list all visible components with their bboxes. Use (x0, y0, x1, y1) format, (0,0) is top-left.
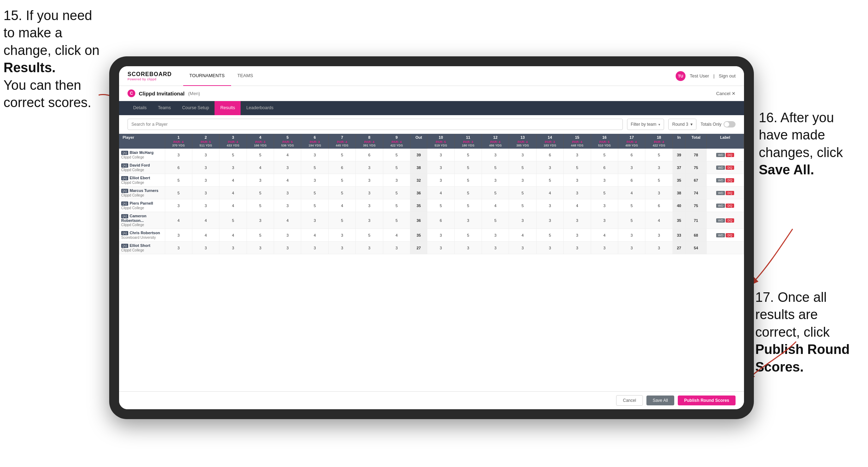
score-hole-18[interactable]: 5 (645, 174, 672, 187)
score-hole-2[interactable]: 3 (192, 199, 219, 212)
score-hole-14[interactable]: 3 (536, 199, 563, 212)
score-hole-12[interactable]: 5 (482, 187, 509, 199)
score-hole-6[interactable]: 3 (301, 212, 328, 229)
cancel-tournament-btn[interactable]: Cancel ✕ (716, 91, 736, 96)
score-hole-7[interactable]: 4 (328, 199, 355, 212)
score-hole-13[interactable]: 3 (509, 174, 536, 187)
label-dq[interactable]: DQ (726, 166, 734, 170)
score-hole-10[interactable]: 3 (427, 174, 454, 187)
score-hole-1[interactable]: 3 (165, 149, 192, 161)
score-hole-17[interactable]: 3 (618, 229, 645, 242)
score-hole-9[interactable]: 5 (383, 212, 410, 229)
score-hole-8[interactable]: 3 (356, 174, 383, 187)
score-hole-17[interactable]: 5 (618, 199, 645, 212)
cancel-button[interactable]: Cancel (616, 395, 643, 406)
score-hole-8[interactable]: 3 (356, 199, 383, 212)
score-hole-16[interactable]: 5 (591, 149, 618, 161)
score-hole-17[interactable]: 6 (618, 149, 645, 161)
score-hole-1[interactable]: 5 (165, 174, 192, 187)
score-hole-18[interactable]: 5 (645, 149, 672, 161)
score-hole-12[interactable]: 3 (482, 242, 509, 254)
score-hole-1[interactable]: 3 (165, 242, 192, 254)
score-hole-11[interactable]: 5 (454, 229, 482, 242)
score-hole-15[interactable]: 5 (564, 161, 591, 174)
score-hole-14[interactable]: 3 (536, 242, 563, 254)
score-hole-9[interactable]: 3 (383, 242, 410, 254)
score-hole-1[interactable]: 6 (165, 161, 192, 174)
score-hole-16[interactable]: 6 (591, 161, 618, 174)
tab-details[interactable]: Details (128, 101, 152, 115)
score-hole-11[interactable]: 5 (454, 187, 482, 199)
score-hole-11[interactable]: 5 (454, 199, 482, 212)
score-hole-7[interactable]: 5 (328, 149, 355, 161)
score-hole-6[interactable]: 5 (301, 187, 328, 199)
tab-course-setup[interactable]: Course Setup (176, 101, 215, 115)
score-hole-17[interactable]: 3 (618, 242, 645, 254)
score-hole-5[interactable]: 3 (274, 242, 301, 254)
totals-toggle-switch[interactable] (724, 121, 736, 127)
score-hole-18[interactable]: 6 (645, 199, 672, 212)
score-hole-10[interactable]: 5 (427, 199, 454, 212)
score-hole-4[interactable]: 5 (247, 229, 274, 242)
score-hole-16[interactable]: 3 (591, 199, 618, 212)
score-hole-15[interactable]: 3 (564, 242, 591, 254)
score-hole-1[interactable]: 3 (165, 199, 192, 212)
score-hole-10[interactable]: 3 (427, 242, 454, 254)
save-all-button[interactable]: Save All (646, 396, 674, 405)
score-hole-7[interactable]: 5 (328, 174, 355, 187)
score-hole-2[interactable]: 4 (192, 212, 219, 229)
score-hole-5[interactable]: 3 (274, 161, 301, 174)
score-hole-18[interactable]: 3 (645, 242, 672, 254)
label-dq[interactable]: DQ (726, 233, 734, 237)
score-hole-5[interactable]: 4 (274, 212, 301, 229)
label-wd[interactable]: WD (716, 153, 725, 157)
score-hole-14[interactable]: 5 (536, 229, 563, 242)
score-hole-17[interactable]: 6 (618, 174, 645, 187)
score-hole-14[interactable]: 4 (536, 187, 563, 199)
score-hole-15[interactable]: 3 (564, 229, 591, 242)
score-hole-2[interactable]: 3 (192, 242, 219, 254)
label-dq[interactable]: DQ (726, 204, 734, 208)
score-hole-12[interactable]: 3 (482, 149, 509, 161)
tab-teams[interactable]: Teams (152, 101, 176, 115)
score-hole-14[interactable]: 5 (536, 174, 563, 187)
score-hole-2[interactable]: 3 (192, 161, 219, 174)
score-hole-16[interactable]: 3 (591, 242, 618, 254)
label-wd[interactable]: WD (716, 233, 725, 237)
score-hole-11[interactable]: 3 (454, 212, 482, 229)
score-hole-1[interactable]: 3 (165, 229, 192, 242)
score-hole-3[interactable]: 3 (219, 161, 247, 174)
round-dropdown[interactable]: Round 3 ▾ (668, 119, 696, 130)
score-hole-10[interactable]: 3 (427, 161, 454, 174)
score-hole-8[interactable]: 5 (356, 229, 383, 242)
score-hole-3[interactable]: 4 (219, 187, 247, 199)
score-hole-1[interactable]: 5 (165, 187, 192, 199)
score-hole-15[interactable]: 3 (564, 149, 591, 161)
score-hole-3[interactable]: 4 (219, 229, 247, 242)
score-hole-6[interactable]: 3 (301, 149, 328, 161)
score-hole-17[interactable]: 4 (618, 187, 645, 199)
score-hole-5[interactable]: 4 (274, 174, 301, 187)
score-hole-4[interactable]: 4 (247, 161, 274, 174)
score-hole-9[interactable]: 5 (383, 161, 410, 174)
score-hole-10[interactable]: 3 (427, 149, 454, 161)
label-wd[interactable]: WD (716, 204, 725, 208)
score-hole-12[interactable]: 3 (482, 229, 509, 242)
nav-link-teams[interactable]: TEAMS (231, 66, 260, 86)
score-hole-10[interactable]: 6 (427, 212, 454, 229)
score-hole-16[interactable]: 3 (591, 212, 618, 229)
score-hole-8[interactable]: 3 (356, 242, 383, 254)
label-dq[interactable]: DQ (726, 218, 734, 223)
filter-team-dropdown[interactable]: Filter by team ▾ (627, 119, 664, 130)
score-hole-6[interactable]: 5 (301, 199, 328, 212)
score-hole-15[interactable]: 3 (564, 187, 591, 199)
score-hole-5[interactable]: 3 (274, 199, 301, 212)
score-hole-4[interactable]: 3 (247, 212, 274, 229)
score-hole-6[interactable]: 3 (301, 174, 328, 187)
score-hole-18[interactable]: 3 (645, 187, 672, 199)
score-hole-15[interactable]: 4 (564, 199, 591, 212)
score-hole-2[interactable]: 3 (192, 149, 219, 161)
score-hole-13[interactable]: 5 (509, 199, 536, 212)
nav-link-tournaments[interactable]: TOURNAMENTS (183, 66, 231, 86)
score-hole-8[interactable]: 3 (356, 212, 383, 229)
